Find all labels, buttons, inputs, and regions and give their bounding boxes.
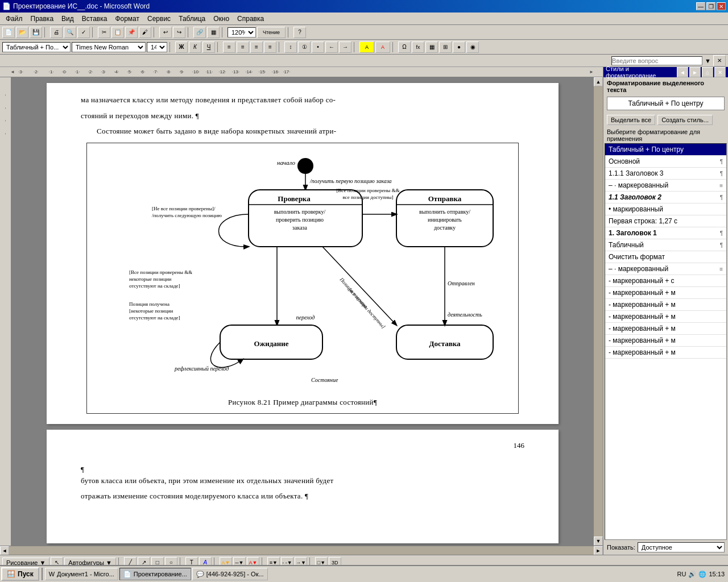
align-right-button[interactable]: ≡ [250, 41, 263, 53]
read-button[interactable]: Чтение [257, 27, 286, 38]
style-item-11[interactable]: - маркерованный + с [605, 275, 726, 287]
vertical-scrollbar[interactable]: ▲ ▼ [594, 77, 603, 546]
style-item-3[interactable]: – · маркерованный≡ [605, 180, 726, 192]
style-item-0[interactable]: Табличный + По центру [605, 144, 726, 156]
style-item-9[interactable]: Очистить формат [605, 251, 726, 263]
paste-button[interactable]: 📌 [125, 27, 138, 38]
style-item-10[interactable]: – · маркерованный≡ [605, 263, 726, 275]
menu-file[interactable]: Файл [2, 14, 26, 24]
cut-button[interactable]: ✂ [98, 27, 110, 38]
menu-insert[interactable]: Вставка [78, 14, 111, 24]
redo-button[interactable]: ↪ [173, 27, 185, 38]
scroll-left-button[interactable]: ◄ [0, 546, 9, 555]
align-center-button[interactable]: ≡ [237, 41, 249, 53]
style-item-2[interactable]: 1.1.1 Заголовок 3¶ [605, 168, 726, 180]
open-button[interactable]: 📂 [16, 27, 28, 38]
menu-edit[interactable]: Правка [27, 14, 57, 24]
scroll-track[interactable] [594, 86, 603, 537]
help-input[interactable] [611, 56, 702, 65]
save-button[interactable]: 💾 [30, 27, 42, 38]
taskbar-item-ok[interactable]: 💬 [446-924-925] - Ок... [192, 568, 268, 580]
style-item-4[interactable]: 1.1 Заголовок 2¶ [605, 192, 726, 203]
select-all-button[interactable]: Выделить все [607, 115, 655, 125]
styles-list[interactable]: Табличный + По центруОсновной¶1.1.1 Заго… [605, 143, 727, 540]
spellcheck-button[interactable]: ✓ [77, 27, 90, 38]
page2-text1: бутов класса или объекта, при этом измен… [81, 475, 524, 487]
extra-btn4[interactable]: ◉ [466, 41, 479, 53]
menu-window[interactable]: Окно [210, 14, 233, 24]
show-label: Показать: [607, 544, 635, 551]
bullets-button[interactable]: • [312, 41, 324, 53]
new-button[interactable]: 📄 [2, 27, 15, 38]
table-button[interactable]: ▦ [207, 27, 220, 38]
style-item-17[interactable]: - маркерованный + м [605, 347, 726, 359]
menu-service[interactable]: Сервис [144, 14, 174, 24]
help-dropdown-icon[interactable]: ▼ [705, 57, 711, 64]
svg-text:переход: переход [296, 314, 315, 321]
menu-table[interactable]: Таблица [175, 14, 209, 24]
taskbar-item-proekt[interactable]: 📄 Проектирование... [119, 568, 191, 580]
style-item-5[interactable]: • маркированный [605, 203, 726, 215]
start-button[interactable]: 🪟 Пуск [1, 567, 39, 581]
style-item-16[interactable]: - маркерованный + м [605, 335, 726, 347]
maximize-button[interactable]: ❐ [706, 2, 715, 10]
zoom-select[interactable]: 120% [228, 27, 256, 38]
style-item-15[interactable]: - маркерованный + м [605, 323, 726, 335]
increase-indent-button[interactable]: → [339, 41, 351, 53]
special-char-button[interactable]: Ω [398, 41, 411, 53]
minimize-button[interactable]: — [696, 2, 705, 10]
svg-text:выполнить отправку/: выполнить отправку/ [419, 209, 470, 215]
create-style-button[interactable]: Создать стиль... [657, 115, 713, 125]
panel-forward-button[interactable]: ► [689, 67, 701, 77]
ruler: ◄ ·3· ·2· ·1· ·0· ·1· ·2· ·3· ·4· ·5· ·6… [0, 67, 603, 77]
style-item-8[interactable]: Табличный¶ [605, 239, 726, 251]
print-preview-button[interactable]: 🔍 [64, 27, 76, 38]
help-close-button[interactable]: ✕ [713, 55, 726, 66]
horizontal-scrollbar[interactable]: ◄ ► [0, 546, 603, 555]
justify-button[interactable]: ≡ [264, 41, 276, 53]
scroll-up-button[interactable]: ▲ [594, 77, 603, 86]
style-item-7[interactable]: 1. Заголовок 1¶ [605, 227, 726, 239]
line-spacing-button[interactable]: ↕ [284, 41, 297, 53]
menu-format[interactable]: Формат [111, 14, 143, 24]
font-size-select[interactable]: 14 [147, 42, 167, 52]
bold-button[interactable]: Ж [175, 41, 188, 53]
panel-back-button[interactable]: ◄ [677, 67, 688, 77]
scroll-right-button[interactable]: ► [594, 546, 603, 555]
copy-button[interactable]: 📋 [111, 27, 124, 38]
extra-btn2[interactable]: ⊞ [439, 41, 452, 53]
style-item-14[interactable]: - маркерованный + м [605, 311, 726, 323]
style-select[interactable]: Табличный + По... [2, 42, 71, 52]
format-painter-button[interactable]: 🖌 [139, 27, 151, 38]
style-item-13[interactable]: - маркерованный + м [605, 299, 726, 311]
pages-wrapper[interactable]: ма назначается классу или методу поведен… [11, 77, 594, 546]
style-item-6[interactable]: Первая строка: 1,27 с [605, 215, 726, 227]
highlight-button[interactable]: A [359, 41, 374, 53]
style-item-12[interactable]: - маркерованный + м [605, 287, 726, 299]
style-item-1[interactable]: Основной¶ [605, 156, 726, 168]
scroll-down-button[interactable]: ▼ [594, 537, 603, 546]
hyperlink-button[interactable]: 🔗 [193, 27, 206, 38]
font-color-button[interactable]: A [375, 41, 390, 53]
menu-view[interactable]: Вид [58, 14, 77, 24]
close-button[interactable]: ✕ [717, 2, 726, 10]
print-button[interactable]: 🖨 [50, 27, 63, 38]
format-extra-button[interactable]: fx [412, 41, 424, 53]
panel-home-button[interactable]: ⌂ [702, 67, 713, 77]
align-left-button[interactable]: ≡ [223, 41, 235, 53]
underline-button[interactable]: Ч [202, 41, 215, 53]
panel-close-button[interactable]: ✕ [714, 67, 726, 77]
undo-button[interactable]: ↩ [159, 27, 172, 38]
extra-btn3[interactable]: ● [453, 41, 465, 53]
hscroll-track[interactable] [9, 546, 594, 555]
taskbar-item-word[interactable]: W Документ1 - Micro... [45, 568, 118, 580]
extra-btn1[interactable]: ▦ [425, 41, 438, 53]
italic-button[interactable]: К [189, 41, 201, 53]
help-button[interactable]: ? [293, 27, 306, 38]
show-select[interactable]: Доступное [638, 542, 725, 552]
svg-text:[Все позиции проверены &&: [Все позиции проверены && [129, 269, 192, 275]
decrease-indent-button[interactable]: ← [325, 41, 338, 53]
menu-help[interactable]: Справка [234, 14, 267, 24]
numbering-button[interactable]: ① [298, 41, 311, 53]
font-select[interactable]: Times New Roman [72, 42, 146, 52]
